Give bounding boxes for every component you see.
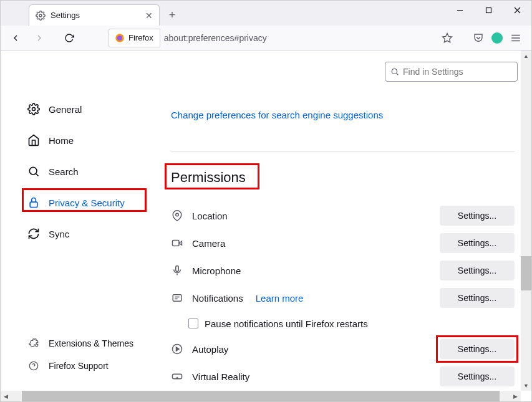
reload-button[interactable] (59, 29, 79, 47)
scroll-up-arrow-icon[interactable]: ▲ (521, 50, 531, 61)
microphone-icon (171, 264, 183, 277)
permission-row-autoplay: Autoplay Settings... (171, 335, 515, 363)
svg-marker-7 (443, 33, 452, 42)
permission-label: Microphone (192, 266, 241, 276)
maximize-button[interactable] (474, 1, 503, 19)
permission-row-camera: Camera Settings... (171, 229, 515, 257)
learn-more-link[interactable]: Learn more (256, 293, 304, 304)
svg-point-6 (117, 36, 122, 41)
search-suggestions-link[interactable]: Change preferences for search engine sug… (171, 110, 383, 120)
settings-search-input[interactable] (403, 67, 512, 77)
scroll-left-arrow-icon[interactable]: ◀ (1, 391, 11, 401)
home-icon (27, 134, 40, 146)
svg-point-13 (32, 108, 36, 111)
main-area: General Home Search Privacy & Security (1, 50, 531, 401)
svg-rect-20 (173, 241, 180, 246)
sidebar-item-support[interactable]: Firefox Support (22, 356, 153, 376)
sidebar-item-privacy[interactable]: Privacy & Security (22, 190, 153, 215)
scrollbar-thumb[interactable] (521, 256, 531, 290)
sidebar-item-search[interactable]: Search (22, 159, 153, 184)
notification-icon (171, 292, 183, 304)
back-button[interactable] (6, 29, 26, 47)
svg-rect-16 (30, 202, 37, 207)
settings-button-location[interactable]: Settings... (440, 206, 515, 226)
sidebar-item-home[interactable]: Home (22, 128, 153, 153)
pocket-icon[interactable] (473, 32, 484, 44)
permission-row-notifications: Notifications Learn more Settings... (171, 284, 515, 312)
sidebar-item-general[interactable]: General (22, 97, 153, 122)
camera-icon (171, 237, 183, 249)
firefox-icon (115, 33, 125, 43)
sidebar-item-label: Sync (49, 229, 69, 239)
sidebar-item-label: Extensions & Themes (49, 338, 133, 348)
autoplay-icon (171, 343, 183, 355)
scroll-down-arrow-icon[interactable]: ▼ (521, 380, 531, 391)
svg-point-11 (392, 69, 397, 74)
sidebar-item-label: Privacy & Security (49, 198, 125, 208)
sidebar-item-label: Home (49, 135, 74, 146)
permission-label: Notifications (192, 293, 243, 304)
titlebar: Settings ✕ + (1, 1, 531, 26)
settings-button-microphone[interactable]: Settings... (440, 261, 515, 280)
close-window-button[interactable] (503, 1, 531, 19)
sync-icon (27, 227, 40, 240)
settings-pane: Change preferences for search engine sug… (153, 50, 521, 391)
forward-button[interactable] (29, 29, 49, 47)
svg-rect-2 (486, 7, 491, 12)
toolbar: Firefox (1, 26, 531, 50)
checkbox-icon[interactable] (188, 318, 198, 328)
settings-button-notifications[interactable]: Settings... (440, 288, 515, 308)
address-bar[interactable] (160, 29, 400, 47)
svg-rect-22 (176, 266, 179, 272)
svg-marker-28 (177, 347, 180, 351)
gear-icon (27, 103, 40, 115)
pause-notifications-checkbox-row[interactable]: Pause notifications until Firefox restar… (171, 312, 515, 335)
permission-label: Virtual Reality (192, 371, 249, 382)
permission-label: Autoplay (192, 344, 228, 355)
menu-icon[interactable] (510, 32, 521, 44)
window-frame: Settings ✕ + Firefox (0, 0, 532, 402)
sidebar-item-label: Firefox Support (49, 361, 109, 371)
svg-rect-24 (173, 295, 181, 302)
content-area: General Home Search Privacy & Security (1, 50, 531, 401)
svg-point-19 (176, 213, 179, 216)
sidebar: General Home Search Privacy & Security (1, 50, 153, 391)
puzzle-icon (27, 337, 40, 350)
divider (171, 151, 515, 152)
scroll-right-arrow-icon[interactable]: ▶ (510, 391, 521, 401)
checkbox-label: Pause notifications until Firefox restar… (205, 318, 368, 329)
permission-label: Location (192, 211, 228, 221)
settings-button-vr[interactable]: Settings... (440, 366, 515, 386)
address-bar-wrap: Firefox (108, 29, 400, 47)
permission-label: Camera (192, 238, 225, 249)
scrollbar-thumb[interactable] (22, 391, 500, 401)
section-title: Permissions (171, 165, 258, 191)
close-tab-icon[interactable]: ✕ (145, 11, 153, 21)
lock-icon (27, 196, 40, 209)
extension-icon[interactable] (491, 32, 503, 44)
vertical-scrollbar[interactable]: ▲ ▼ (521, 50, 531, 391)
sidebar-item-label: Search (49, 166, 79, 177)
vr-icon (171, 370, 183, 383)
horizontal-scrollbar[interactable]: ◀ ▶ (1, 391, 521, 401)
permission-row-microphone: Microphone Settings... (171, 257, 515, 284)
tab-title: Settings (51, 11, 80, 20)
sidebar-item-label: General (49, 104, 82, 115)
site-identity[interactable]: Firefox (108, 29, 160, 47)
svg-point-0 (39, 14, 42, 17)
svg-point-14 (29, 167, 37, 175)
sidebar-item-extensions[interactable]: Extensions & Themes (22, 333, 153, 353)
new-tab-button[interactable]: + (163, 6, 181, 24)
sidebar-item-sync[interactable]: Sync (22, 221, 153, 246)
settings-button-autoplay[interactable]: Settings... (440, 339, 515, 359)
bookmark-star-icon[interactable] (442, 32, 453, 44)
minimize-button[interactable] (445, 1, 474, 19)
svg-line-15 (36, 174, 39, 176)
window-controls (445, 1, 531, 19)
settings-button-camera[interactable]: Settings... (440, 233, 515, 253)
search-icon (27, 165, 40, 178)
settings-search[interactable] (385, 62, 518, 82)
toolbar-actions (442, 32, 526, 44)
browser-tab[interactable]: Settings ✕ (29, 4, 160, 26)
permission-row-vr: Virtual Reality Settings... (171, 363, 515, 390)
